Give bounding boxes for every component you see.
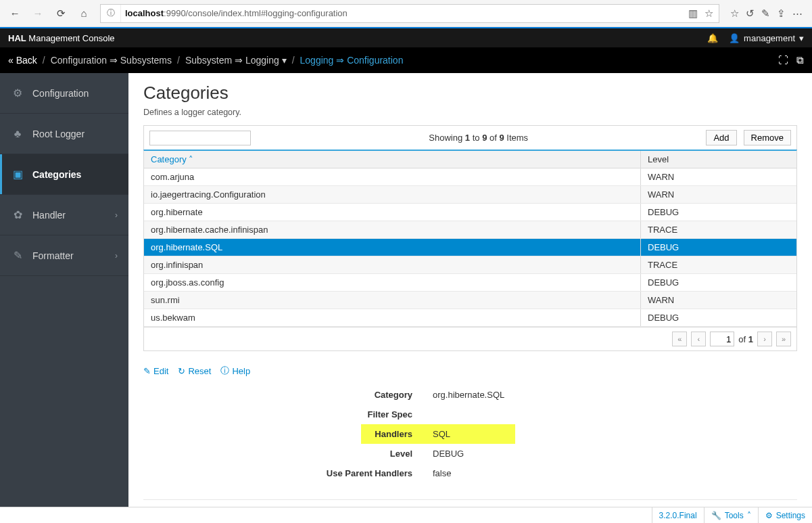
cell-level: DEBUG [641,204,796,221]
add-button[interactable]: Add [706,130,736,145]
brush-icon: ✎ [11,249,24,262]
page-subtitle: Defines a logger category. [143,108,797,117]
breadcrumb-back[interactable]: « Back [8,55,37,66]
more-icon[interactable]: ⋯ [792,7,803,20]
history-icon[interactable]: ↺ [746,7,755,20]
table-row[interactable]: com.arjunaWARN [144,168,796,186]
sidebar-item-label: Root Logger [32,129,85,139]
cell-category: org.infinispan [144,256,641,273]
sidebar-item-handler[interactable]: ✿ Handler › [0,195,128,235]
version-cell[interactable]: 3.2.0.Final [652,507,704,523]
page-title: Categories [143,83,797,104]
cell-category: com.arjuna [144,168,641,185]
cell-category: org.jboss.as.config [144,274,641,291]
detail-label-filter: Filter Spec [143,409,433,419]
crumb-subsystem[interactable]: Subsystem ⇒ Logging ▾ [185,55,287,66]
tools-menu[interactable]: 🔧 Tools ˄ [704,507,758,523]
chevron-right-icon: › [115,251,118,260]
sidebar-item-label: Categories [32,169,81,180]
table-row[interactable]: org.hibernate.cache.infinispanTRACE [144,221,796,239]
sidebar-item-root-logger[interactable]: ♣ Root Logger [0,114,128,154]
page-of-label: of 1 [738,334,753,344]
page-first-button[interactable]: « [672,332,687,346]
sitemap-icon[interactable]: ⛶ [778,54,788,66]
table-footer: « ‹ of 1 › » [143,327,797,351]
table-row[interactable]: org.infinispanTRACE [144,256,796,274]
cell-category: us.bekwam [144,309,641,326]
star-icon[interactable]: ☆ [704,7,713,20]
favorites-icon[interactable]: ☆ [730,7,739,20]
detail-value-category: org.hibernate.SQL [433,390,797,400]
forward-icon[interactable]: → [28,4,47,23]
share-icon[interactable]: ⇪ [777,7,786,20]
detail-actions: ✎ Edit ↻ Reset ⓘ Help [143,365,797,377]
detail-label-level: Level [143,449,433,459]
table-header: Category ˄ Level [144,151,796,168]
page-prev-button[interactable]: ‹ [691,332,706,346]
cell-category: sun.rmi [144,292,641,309]
table-row[interactable]: us.bekwamDEBUG [144,309,796,327]
info-icon[interactable]: ⓘ [101,5,121,22]
cell-level: TRACE [641,221,796,238]
detail-value-handlers: SQL [433,429,515,439]
sidebar-item-categories[interactable]: ▣ Categories [0,154,128,195]
reader-icon[interactable]: ▥ [688,7,698,20]
url-text: localhost:9990/console/index.html#loggin… [121,8,683,18]
cell-level: DEBUG [641,239,796,256]
page-last-button[interactable]: » [776,332,791,346]
user-menu[interactable]: 👤 management ▾ [729,33,804,43]
table-row[interactable]: org.hibernateDEBUG [144,204,796,221]
detail-value-level: DEBUG [433,449,797,459]
settings-menu[interactable]: ⚙ Settings [758,507,812,523]
main-content: Categories Defines a logger category. Sh… [128,73,812,507]
cell-level: TRACE [641,256,796,273]
cell-level: DEBUG [641,309,796,326]
crumb-logging[interactable]: Logging ⇒ Configuration [300,55,404,66]
cell-level: WARN [641,292,796,309]
sidebar: ⚙ Configuration ♣ Root Logger ▣ Categori… [0,73,128,507]
page-next-button[interactable]: › [757,332,772,346]
detail-value-uph: false [433,468,797,478]
categories-table: Category ˄ Level com.arjunaWARNio.jaeger… [143,150,797,327]
detail-label-uph: Use Parent Handlers [143,468,433,478]
home-icon[interactable]: ⌂ [74,4,93,23]
cell-category: org.hibernate [144,204,641,221]
bell-icon[interactable]: 🔔 [707,33,718,43]
tree-icon: ♣ [11,128,24,140]
remove-button[interactable]: Remove [744,130,791,145]
table-row[interactable]: org.hibernate.SQLDEBUG [144,239,796,256]
app-footer: 3.2.0.Final 🔧 Tools ˄ ⚙ Settings [0,507,812,523]
sidebar-item-formatter[interactable]: ✎ Formatter › [0,235,128,276]
col-level[interactable]: Level [641,151,796,168]
crumb-configuration[interactable]: Configuration ⇒ Subsystems [51,55,172,66]
breadcrumb-bar: « Back / Configuration ⇒ Subsystems / Su… [0,47,812,73]
cell-category: org.hibernate.cache.infinispan [144,221,641,238]
table-row[interactable]: org.jboss.as.configDEBUG [144,274,796,292]
detail-value-filter [433,409,797,419]
sliders-icon: ⚙ [11,87,24,99]
reset-button[interactable]: ↻ Reset [178,365,211,377]
help-button[interactable]: ⓘ Help [220,365,250,377]
edit-button[interactable]: ✎ Edit [143,365,168,377]
col-category[interactable]: Category ˄ [144,151,641,168]
back-icon[interactable]: ← [5,4,24,23]
page-input[interactable] [710,332,734,346]
table-row[interactable]: sun.rmiWARN [144,292,796,309]
sidebar-item-configuration[interactable]: ⚙ Configuration [0,73,128,114]
detail-label-handlers: Handlers [361,429,433,439]
sidebar-item-label: Formatter [32,250,74,261]
external-icon[interactable]: ⧉ [796,54,804,66]
detail-label-category: Category [143,390,433,400]
sidebar-item-label: Configuration [32,88,89,99]
gear-icon: ✿ [11,208,24,221]
address-bar[interactable]: ⓘ localhost:9990/console/index.html#logg… [100,4,719,23]
notes-icon[interactable]: ✎ [761,7,770,20]
table-toolbar: Showing 1 to 9 of 9 Items Add Remove [143,125,797,150]
filter-input[interactable] [149,131,251,145]
cell-level: WARN [641,186,796,203]
cell-level: DEBUG [641,274,796,291]
refresh-icon[interactable]: ⟳ [51,4,70,23]
table-row[interactable]: io.jaegertracing.ConfigurationWARN [144,186,796,204]
stack-icon: ▣ [11,168,24,181]
cell-level: WARN [641,168,796,185]
